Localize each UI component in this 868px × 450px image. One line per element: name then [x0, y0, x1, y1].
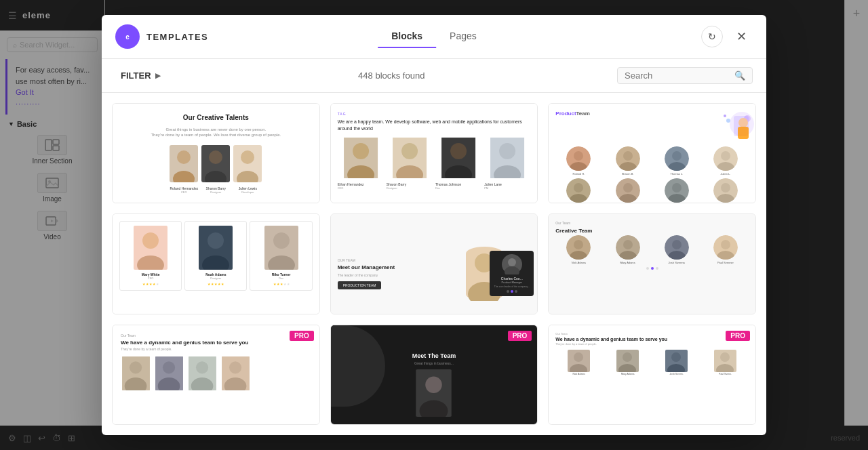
template-preview-7: Our Team We have a dynamic and genius te…	[113, 325, 319, 425]
svg-point-29	[499, 143, 515, 159]
blocks-count: 448 blocks found	[166, 70, 617, 81]
svg-point-69	[273, 232, 290, 249]
pro-badge-7: PRO	[290, 331, 314, 341]
modal-header: e TEMPLATES Blocks Pages ↻ ✕	[102, 15, 766, 59]
svg-point-96	[196, 361, 208, 373]
template-card-team-grid-2[interactable]: Our Team Creative Team Nick Adams	[548, 213, 756, 314]
svg-point-66	[208, 232, 224, 249]
filter-button[interactable]: FILTER ▶	[115, 68, 166, 83]
svg-point-20	[353, 143, 369, 159]
template-preview-4: Mary White CEO ★★★★★	[113, 214, 319, 314]
svg-point-37	[724, 115, 726, 117]
modal-tabs: Blocks Pages	[378, 25, 490, 48]
svg-point-39	[574, 151, 583, 161]
svg-point-23	[401, 143, 418, 159]
svg-point-51	[574, 183, 583, 192]
svg-point-105	[574, 352, 583, 362]
svg-point-36	[726, 119, 730, 123]
svg-point-60	[721, 183, 730, 192]
svg-point-75	[508, 258, 516, 266]
svg-point-102	[426, 376, 443, 393]
svg-point-45	[672, 151, 682, 161]
template-card-genius-team-1[interactable]: PRO Our Team We have a dynamic and geniu…	[112, 325, 320, 425]
template-grid: Our Creative Talents Great things in bus…	[102, 93, 766, 435]
tab-pages[interactable]: Pages	[436, 25, 490, 48]
modal-header-actions: ↻ ✕	[701, 26, 753, 47]
svg-point-42	[623, 151, 633, 161]
filter-arrow-icon: ▶	[155, 72, 161, 79]
pro-badge-9: PRO	[726, 331, 750, 341]
modal-toolbar: FILTER ▶ 448 blocks found 🔍	[102, 59, 766, 93]
template-card-meet-team-dark[interactable]: PRO Meet The Team Great things in busine…	[330, 325, 538, 425]
svg-point-14	[209, 150, 222, 164]
svg-point-93	[163, 361, 175, 373]
search-box[interactable]: 🔍	[617, 67, 753, 84]
svg-point-17	[241, 150, 254, 164]
template-card-team-cards[interactable]: Mary White CEO ★★★★★	[112, 213, 320, 314]
svg-point-87	[721, 240, 730, 249]
template-preview-8: Meet The Team Great things in business..…	[331, 325, 538, 425]
svg-point-26	[450, 143, 467, 159]
svg-point-11	[177, 150, 191, 164]
modal-title: TEMPLATES	[146, 32, 208, 42]
svg-point-48	[721, 151, 730, 161]
template-preview-3: ProductTeam	[549, 104, 755, 203]
svg-point-84	[672, 240, 682, 249]
filter-label: FILTER	[121, 70, 151, 81]
template-card-creative-talents[interactable]: Our Creative Talents Great things in bus…	[112, 103, 320, 203]
svg-point-111	[671, 352, 681, 362]
template-card-management[interactable]: OUR TEAM Meet our Management The leader …	[330, 213, 538, 314]
template-preview-5: OUR TEAM Meet our Management The leader …	[331, 214, 538, 314]
search-input[interactable]	[625, 70, 732, 81]
svg-text:e: e	[125, 33, 130, 41]
svg-point-34	[738, 118, 748, 127]
template-card-product-team[interactable]: ProductTeam	[548, 103, 756, 203]
svg-point-54	[623, 183, 633, 192]
svg-point-90	[130, 361, 142, 373]
template-card-genius-team-2[interactable]: PRO Our Team We have a dynamic and geniu…	[548, 325, 756, 425]
templates-modal: e TEMPLATES Blocks Pages ↻ ✕ FILTER ▶ 44…	[102, 15, 766, 435]
svg-point-63	[142, 232, 159, 249]
svg-point-114	[720, 352, 730, 362]
svg-point-99	[229, 361, 241, 373]
svg-rect-35	[738, 127, 749, 139]
modal-logo: e	[115, 24, 140, 49]
search-icon: 🔍	[734, 70, 745, 81]
close-button[interactable]: ✕	[731, 26, 753, 47]
template-card-happy-team[interactable]: TAG We are a happy team. We develop soft…	[330, 103, 538, 203]
template-preview-6: Our Team Creative Team Nick Adams	[549, 214, 755, 314]
svg-point-108	[623, 352, 632, 362]
template-preview-2: TAG We are a happy team. We develop soft…	[331, 104, 538, 203]
pro-badge-8: PRO	[508, 331, 532, 341]
svg-point-57	[672, 183, 682, 192]
template-preview-9: Our Team We have a dynamic and genius te…	[549, 325, 755, 425]
svg-point-78	[574, 240, 583, 249]
svg-point-81	[623, 240, 633, 249]
tab-blocks[interactable]: Blocks	[378, 25, 436, 48]
modal-overlay: e TEMPLATES Blocks Pages ↻ ✕ FILTER ▶ 44…	[0, 0, 868, 450]
refresh-button[interactable]: ↻	[701, 26, 723, 47]
template-preview-1: Our Creative Talents Great things in bus…	[113, 104, 319, 203]
